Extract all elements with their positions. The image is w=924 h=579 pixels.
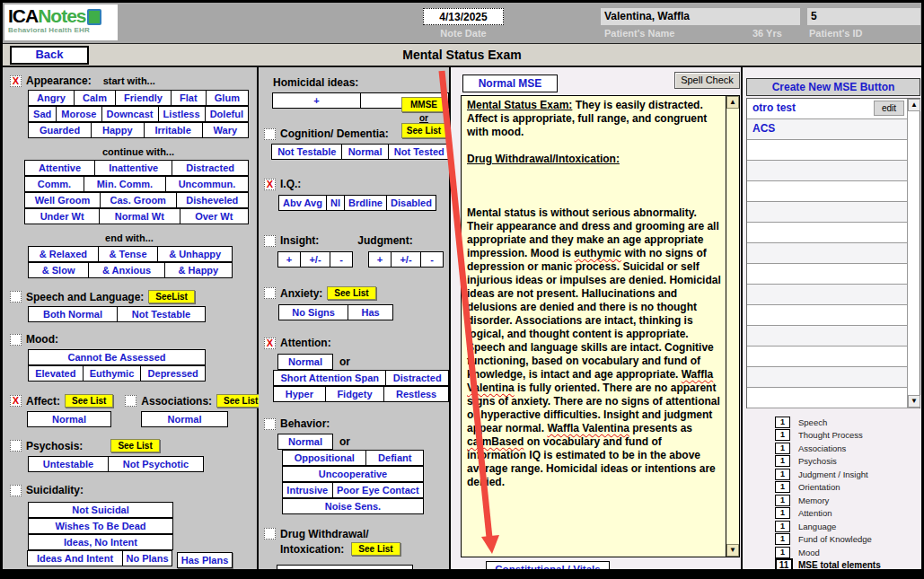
appearance-option[interactable]: Guarded	[28, 122, 92, 138]
edit-button[interactable]: edit	[874, 101, 904, 116]
attention-option[interactable]: Distracted	[385, 370, 449, 386]
appearance-option[interactable]: Downcast	[101, 106, 159, 122]
affect-seelist-button[interactable]: See List	[65, 394, 113, 408]
speech-checkbox[interactable]	[10, 291, 22, 303]
behavior-option[interactable]: Noise Sens.	[282, 498, 424, 514]
appearance-option[interactable]: Morose	[56, 106, 101, 122]
behavior-normal-button[interactable]: Normal	[277, 434, 333, 450]
mse-list-row-empty[interactable]	[747, 181, 920, 202]
patient-id-field[interactable]: 5	[807, 8, 920, 25]
appearance-option[interactable]: Flat	[171, 90, 207, 106]
appearance-option[interactable]: Attentive	[24, 160, 95, 176]
insight-checkbox[interactable]	[264, 235, 276, 247]
judgment-plusminus-button[interactable]: +/-	[391, 251, 421, 268]
appearance-option[interactable]: Wary	[202, 122, 249, 138]
associations-normal-button[interactable]: Normal	[141, 411, 228, 427]
cognition-option[interactable]: Not Testable	[271, 144, 342, 160]
note-date-field[interactable]: 4/13/2025	[423, 8, 504, 25]
cognition-checkbox[interactable]	[264, 128, 276, 140]
mse-list-row-empty[interactable]	[747, 367, 920, 388]
normal-mse-button[interactable]: Normal MSE	[462, 75, 558, 92]
iq-option[interactable]: Brdline	[344, 195, 387, 211]
mse-list-row-empty[interactable]	[747, 285, 920, 305]
judgment-minus-button[interactable]: -	[420, 251, 444, 268]
appearance-option[interactable]: & Relaxed	[28, 246, 99, 262]
suicidality-option[interactable]: Ideas And Intent	[27, 550, 123, 566]
appearance-option[interactable]: & Unhappy	[157, 246, 233, 262]
cognition-seelist-button[interactable]: See List	[401, 123, 446, 138]
mmse-button[interactable]: MMSE	[401, 97, 446, 112]
associations-checkbox[interactable]	[125, 395, 136, 407]
attention-option[interactable]: Hyper	[273, 386, 326, 402]
mse-list-item[interactable]: otro test edit	[747, 99, 920, 119]
appearance-option[interactable]: Over Wt	[180, 208, 250, 224]
appearance-option[interactable]: & Slow	[28, 262, 89, 278]
mood-option[interactable]: Depressed	[140, 365, 206, 382]
scroll-up-icon[interactable]: ▲	[726, 96, 739, 109]
appearance-option[interactable]: Listless	[158, 106, 206, 122]
iq-option[interactable]: Nl	[326, 195, 345, 211]
drug-checkbox[interactable]	[264, 528, 276, 540]
cognition-option[interactable]: Not Tested	[388, 144, 451, 160]
appearance-checkbox[interactable]: X	[10, 75, 22, 87]
mse-list-row-empty[interactable]	[747, 243, 920, 264]
attention-option[interactable]: Short Attention Span	[273, 370, 386, 386]
appearance-option[interactable]: Comm.	[24, 176, 84, 192]
create-new-mse-button[interactable]: Create New MSE Button	[746, 78, 920, 96]
mse-note-textarea[interactable]: Mental Status Exam: They is easily distr…	[461, 95, 740, 557]
iq-checkbox[interactable]: X	[264, 179, 276, 190]
appearance-option[interactable]: Uncommun.	[165, 176, 249, 192]
anxiety-seelist-button[interactable]: See List	[327, 286, 375, 300]
homicidal-plus-button[interactable]: +	[272, 92, 361, 109]
behavior-option[interactable]: Poor Eye Contact	[332, 482, 424, 498]
mse-list-row-empty[interactable]	[747, 305, 920, 326]
attention-checkbox[interactable]: X	[264, 338, 276, 349]
psychosis-checkbox[interactable]	[10, 440, 22, 452]
mse-list-row-empty[interactable]	[747, 388, 920, 408]
anxiety-option[interactable]: No Signs	[278, 304, 348, 320]
behavior-option[interactable]: Defiant	[365, 450, 424, 466]
behavior-option[interactable]: Oppositional	[282, 450, 366, 466]
appearance-option[interactable]: Under Wt	[24, 208, 100, 224]
affect-normal-button[interactable]: Normal	[27, 411, 111, 427]
mse-list-row-empty[interactable]	[747, 202, 920, 223]
appearance-option[interactable]: & Anxious	[88, 262, 165, 278]
appearance-option[interactable]: & Happy	[164, 262, 233, 278]
mse-list-row-empty[interactable]	[747, 161, 920, 181]
appearance-option[interactable]: Normal Wt	[99, 208, 180, 224]
affect-checkbox[interactable]: X	[10, 395, 22, 407]
mse-list-row-empty[interactable]	[747, 264, 920, 285]
suicidality-option[interactable]: Wishes To Be Dead	[28, 518, 173, 534]
mse-list-row-empty[interactable]	[747, 347, 920, 367]
insight-plusminus-button[interactable]: +/-	[300, 251, 330, 268]
appearance-option[interactable]: Inattentive	[94, 160, 172, 176]
psychosis-seelist-button[interactable]: See List	[110, 439, 159, 452]
mood-option[interactable]: Elevated	[28, 365, 84, 382]
speech-option[interactable]: Both Normal	[28, 306, 118, 322]
spell-check-button[interactable]: Spell Check	[674, 72, 740, 89]
iq-option[interactable]: Disabled	[386, 195, 436, 211]
iq-option[interactable]: Abv Avg	[278, 195, 327, 211]
attention-option[interactable]: Restless	[383, 386, 449, 402]
psychosis-option[interactable]: Untestable	[28, 456, 109, 472]
appearance-option[interactable]: Doleful	[205, 106, 249, 122]
appearance-option[interactable]: Well Groom	[24, 192, 101, 208]
behavior-option[interactable]: Uncooperative	[282, 466, 424, 482]
suicidality-has-plans-button[interactable]: Has Plans	[177, 552, 233, 568]
anxiety-option[interactable]: Has	[348, 304, 393, 320]
drug-seelist-button[interactable]: See List	[351, 542, 400, 556]
mse-list-scrollbar[interactable]: ▲ ▼	[907, 99, 920, 408]
appearance-option[interactable]: Happy	[91, 122, 144, 138]
appearance-option[interactable]: Sad	[28, 106, 57, 122]
cognition-option[interactable]: Normal	[341, 144, 388, 160]
judgment-plus-button[interactable]: +	[368, 251, 392, 268]
scroll-up-icon[interactable]: ▲	[908, 99, 920, 111]
mse-list-row-empty[interactable]	[747, 223, 920, 243]
scroll-down-icon[interactable]: ▼	[908, 395, 920, 408]
insight-plus-button[interactable]: +	[277, 251, 301, 268]
speech-option[interactable]: Not Testable	[117, 306, 206, 322]
appearance-option[interactable]: Glum	[206, 90, 249, 106]
insight-minus-button[interactable]: -	[330, 251, 353, 268]
appearance-option[interactable]: Irritable	[144, 122, 203, 138]
attention-option[interactable]: Fidgety	[325, 386, 385, 402]
